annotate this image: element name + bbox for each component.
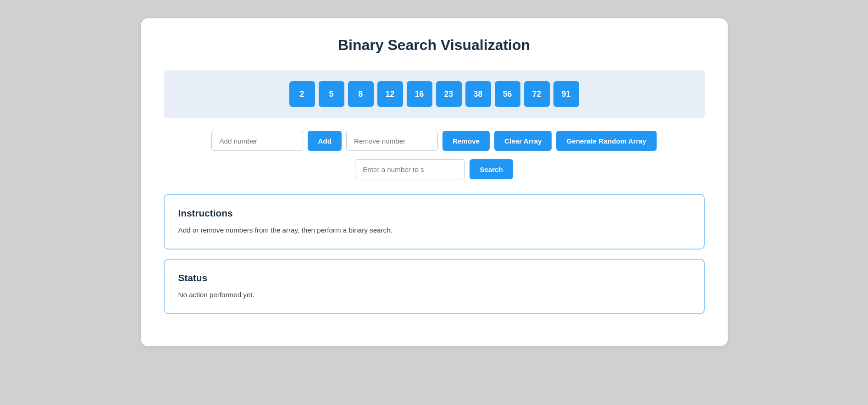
array-cell: 2 <box>289 81 315 107</box>
add-button[interactable]: Add <box>308 131 342 151</box>
array-cell: 5 <box>319 81 344 107</box>
main-card: Binary Search Visualization 258121623385… <box>141 18 728 346</box>
page-title: Binary Search Visualization <box>164 37 705 54</box>
array-cell: 72 <box>524 81 550 107</box>
array-display: 25812162338567291 <box>164 70 705 118</box>
instructions-text: Add or remove numbers from the array, th… <box>178 225 690 236</box>
remove-button[interactable]: Remove <box>442 131 490 151</box>
array-cell: 12 <box>377 81 403 107</box>
status-section: Status No action performed yet. <box>164 259 705 314</box>
array-cell: 8 <box>348 81 374 107</box>
array-cell: 38 <box>465 81 491 107</box>
controls-row: Add Remove Clear Array Generate Random A… <box>164 131 705 151</box>
instructions-title: Instructions <box>178 208 690 219</box>
status-text: No action performed yet. <box>178 290 690 300</box>
add-number-input[interactable] <box>211 131 303 151</box>
instructions-section: Instructions Add or remove numbers from … <box>164 194 705 250</box>
search-row: Search <box>164 159 705 179</box>
status-title: Status <box>178 272 690 283</box>
generate-random-array-button[interactable]: Generate Random Array <box>556 131 656 151</box>
search-button[interactable]: Search <box>470 159 513 179</box>
search-number-input[interactable] <box>355 159 465 179</box>
array-cell: 91 <box>553 81 579 107</box>
clear-array-button[interactable]: Clear Array <box>494 131 552 151</box>
array-cell: 23 <box>436 81 462 107</box>
remove-number-input[interactable] <box>346 131 438 151</box>
array-cell: 16 <box>407 81 432 107</box>
array-cell: 56 <box>495 81 520 107</box>
